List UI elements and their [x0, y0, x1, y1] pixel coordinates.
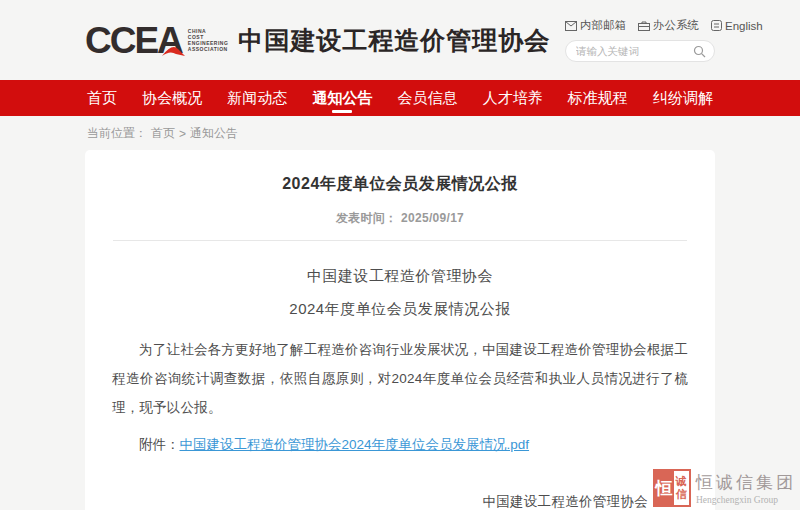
seal-char-left: 恒 [655, 471, 674, 505]
logo-subtitle-line: ASSOCIATION [188, 46, 229, 52]
divider [113, 240, 687, 241]
publish-time: 发表时间： 2025/09/17 [100, 210, 700, 227]
watermark: 恒 诚 信 恒诚信集团 Hengchengxin Group [653, 469, 796, 507]
body-heading-org: 中国建设工程造价管理协会 [100, 267, 700, 286]
breadcrumb-separator: > [179, 127, 186, 141]
nav-item-mediation[interactable]: 纠纷调解 [651, 80, 715, 116]
nav-item-about[interactable]: 协会概况 [140, 80, 204, 116]
signature-org: 中国建设工程造价管理协会 [482, 488, 648, 510]
breadcrumb-prefix: 当前位置： [87, 125, 147, 142]
breadcrumb: 当前位置： 首页 > 通知公告 [85, 116, 715, 150]
hengchengxin-seal-icon: 恒 诚 信 [653, 469, 691, 507]
logo-subtitle: CHINA COST ENGINEERING ASSOCIATION [188, 28, 229, 52]
seal-char-top: 诚 [676, 475, 687, 488]
nav-item-standards[interactable]: 标准规程 [566, 80, 630, 116]
watermark-name-cn: 恒诚信集团 [696, 471, 796, 494]
article-card: 2024年度单位会员发展情况公报 发表时间： 2025/09/17 中国建设工程… [85, 150, 715, 510]
attachment-row: 附件：中国建设工程造价管理协会2024年度单位会员发展情况.pdf [112, 436, 688, 454]
quick-link-office-label: 办公系统 [653, 18, 699, 33]
attachment-link[interactable]: 中国建设工程造价管理协会2024年度单位会员发展情况.pdf [180, 437, 530, 452]
attachment-label: 附件： [139, 437, 180, 452]
quick-link-english-label: English [725, 20, 763, 32]
breadcrumb-current[interactable]: 通知公告 [190, 125, 238, 142]
header-utilities: 内部邮箱 办公系统 English [565, 18, 715, 62]
watermark-name-en: Hengchengxin Group [696, 495, 796, 505]
org-name-cn: 中国建设工程造价管理协会 [238, 24, 550, 57]
quick-link-office[interactable]: 办公系统 [638, 18, 699, 33]
signature-block: 中国建设工程造价管理协会 2025年9月17日 [100, 488, 648, 510]
quick-link-english[interactable]: English [711, 20, 763, 32]
nav-item-news[interactable]: 新闻动态 [225, 80, 289, 116]
globe-icon [711, 20, 722, 31]
main-nav: 首页 协会概况 新闻动态 通知公告 会员信息 人才培养 标准规程 纠纷调解 [0, 80, 800, 116]
nav-item-training[interactable]: 人才培养 [481, 80, 545, 116]
mail-icon [565, 21, 577, 31]
briefcase-icon [638, 21, 650, 31]
seal-char-bottom: 信 [676, 488, 687, 501]
nav-item-notices[interactable]: 通知公告 [310, 80, 374, 116]
nav-item-home[interactable]: 首页 [85, 80, 119, 116]
article-title: 2024年度单位会员发展情况公报 [100, 174, 700, 195]
breadcrumb-home-link[interactable]: 首页 [151, 125, 175, 142]
nav-item-members[interactable]: 会员信息 [396, 80, 460, 116]
search-box [565, 40, 715, 62]
logo-acronym: CCEA [85, 22, 182, 59]
search-input[interactable] [576, 45, 693, 57]
search-icon[interactable] [693, 45, 706, 58]
site-logo[interactable]: CCEA CHINA COST ENGINEERING ASSOCIATION … [85, 22, 550, 59]
logo-swoosh-icon [162, 45, 186, 57]
quick-links: 内部邮箱 办公系统 English [565, 18, 763, 33]
body-heading-title: 2024年度单位会员发展情况公报 [100, 300, 700, 319]
quick-link-mail[interactable]: 内部邮箱 [565, 18, 626, 33]
article-paragraph: 为了让社会各方更好地了解工程造价咨询行业发展状况，中国建设工程造价管理协会根据工… [112, 335, 688, 422]
quick-link-mail-label: 内部邮箱 [580, 18, 626, 33]
site-header: CCEA CHINA COST ENGINEERING ASSOCIATION … [0, 0, 800, 80]
